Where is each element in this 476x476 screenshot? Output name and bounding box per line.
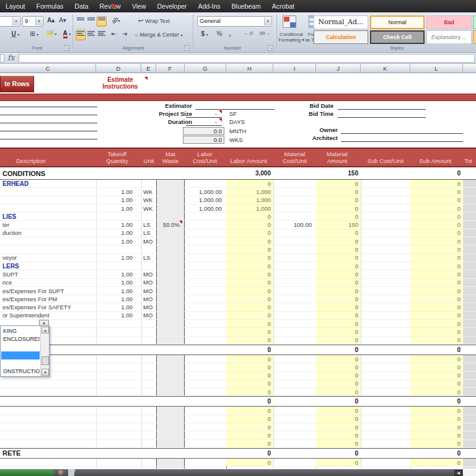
cell-ma[interactable]: 0 (316, 245, 361, 253)
conditional-formatting-button[interactable] (279, 15, 300, 30)
cell-q[interactable]: 1.00 (96, 279, 135, 286)
cell-d[interactable]: nce (2, 279, 94, 286)
cell-sa[interactable]: 0 (410, 279, 463, 286)
scroll-up-icon[interactable]: ▲ (42, 327, 49, 333)
cell-sa[interactable]: 0 (410, 355, 463, 363)
name-box[interactable] (0, 54, 4, 63)
cell-la[interactable]: 0 (226, 279, 273, 286)
months-value[interactable]: 0.0 (183, 127, 224, 135)
cell-u[interactable]: MO (143, 270, 156, 278)
cell-u[interactable]: MO (143, 312, 156, 319)
formula-input[interactable] (19, 54, 475, 63)
chevron-down-icon[interactable]: ▾ (12, 17, 19, 25)
cell-ma[interactable]: 0 (316, 415, 361, 423)
cell-ma[interactable]: 0 (316, 188, 361, 195)
style-chip-calculation[interactable]: Calculation (314, 30, 368, 44)
estimator-underline[interactable] (195, 109, 275, 110)
ribbon-tab-bluebeam[interactable]: Bluebeam (226, 0, 267, 12)
ribbon-tab-data[interactable]: Data (69, 0, 94, 12)
cell-la[interactable]: 0 (226, 415, 273, 423)
cell-d[interactable]: CONDITIONS (2, 167, 94, 179)
cell-ma[interactable]: 0 (316, 449, 361, 458)
orientation-button[interactable]: ab▾ (109, 16, 123, 27)
cell-w[interactable]: 50.0% (156, 221, 182, 228)
cell-ma[interactable]: 0 (316, 205, 361, 212)
cell-lc[interactable]: 1,000.00 (185, 196, 224, 204)
cell-la[interactable]: 1,000 (226, 188, 273, 195)
cell-la[interactable]: 0 (226, 397, 273, 406)
column-header-E[interactable]: E (141, 64, 156, 73)
cell-la[interactable]: 0 (226, 312, 273, 319)
cell-q[interactable]: 1.00 (96, 295, 135, 302)
cell-sa[interactable]: 0 (410, 388, 463, 395)
cell-sa[interactable]: 0 (410, 345, 463, 355)
delete-rows-button[interactable]: te Rows (0, 76, 34, 92)
cell-ma[interactable]: 0 (316, 312, 361, 319)
align-right-button[interactable] (97, 30, 107, 40)
bid-time-underline[interactable] (338, 117, 426, 118)
cell-q[interactable]: 1.00 (96, 270, 135, 278)
cell-d[interactable] (2, 237, 94, 245)
cell-la[interactable]: 0 (226, 287, 273, 294)
font-name-combo[interactable]: ▾ (0, 16, 20, 27)
cell-la[interactable]: 0 (226, 380, 273, 387)
duration-value[interactable]: - (186, 118, 217, 125)
align-middle-button[interactable] (86, 16, 96, 27)
cell-d[interactable]: es/Expenses For SUPT (2, 287, 94, 294)
cell-mc[interactable]: 100.00 (273, 221, 314, 228)
ribbon-tab-developer[interactable]: Developer (152, 0, 193, 12)
column-header-K[interactable]: K (361, 64, 410, 73)
font-color-button[interactable]: A ▾ (60, 30, 74, 41)
cell-la[interactable]: 0 (226, 431, 273, 439)
cell-ma[interactable]: 0 (316, 355, 361, 363)
borders-button[interactable]: ⊞ ▾ (26, 30, 42, 41)
cell-ma[interactable]: 0 (316, 397, 361, 406)
cell-sa[interactable]: 0 (410, 167, 463, 179)
cell-u[interactable]: MO (143, 279, 156, 286)
cell-ma[interactable]: 0 (316, 459, 361, 466)
cell-la[interactable]: 0 (226, 363, 273, 371)
cell-la[interactable]: 0 (226, 345, 273, 355)
cell-sa[interactable]: 0 (410, 407, 463, 414)
column-header-H[interactable]: H (226, 64, 273, 73)
cell-sa[interactable]: 0 (410, 254, 463, 262)
cell-la[interactable]: 0 (226, 320, 273, 327)
cell-sa[interactable]: 0 (410, 287, 463, 294)
cell-sa[interactable]: 0 (410, 245, 463, 253)
cell-sa[interactable]: 0 (410, 459, 463, 466)
scroll-down-icon[interactable]: ▼ (42, 369, 49, 376)
increase-indent-button[interactable]: ⇥ (120, 30, 130, 40)
accounting-format-button[interactable]: $ ▾ (197, 30, 212, 40)
cell-q[interactable]: 1.00 (96, 312, 135, 319)
cell-lc[interactable]: 1,000.00 (185, 205, 224, 212)
cell-ma[interactable]: 0 (316, 279, 361, 286)
cell-la[interactable]: 0 (226, 449, 273, 458)
cell-sa[interactable]: 0 (410, 397, 463, 406)
ribbon-tab-formulas[interactable]: Formulas (31, 0, 69, 12)
column-header-C[interactable]: C (0, 64, 96, 73)
cell-ma[interactable]: 0 (316, 407, 361, 414)
cell-q[interactable]: 1.00 (96, 196, 135, 204)
cell-q[interactable]: 1.00 (96, 188, 135, 195)
cell-q[interactable]: 1.00 (96, 287, 135, 294)
cell-la[interactable]: 0 (226, 407, 273, 414)
cell-la[interactable]: 0 (226, 372, 273, 379)
cell-ma[interactable]: 0 (316, 431, 361, 439)
align-bottom-button[interactable] (97, 16, 107, 27)
cell-lc[interactable]: 1,000.00 (185, 188, 224, 195)
cell-d[interactable] (2, 205, 94, 212)
style-chip-normal[interactable]: Normal (370, 15, 425, 29)
cell-sa[interactable]: 0 (410, 180, 463, 187)
cell-la[interactable]: 0 (226, 328, 273, 335)
align-center-button[interactable] (86, 30, 96, 40)
bid-date-underline[interactable] (338, 109, 426, 110)
cell-ma[interactable]: 0 (316, 287, 361, 294)
dropdown-item[interactable]: KING (1, 327, 40, 335)
cell-ma[interactable]: 0 (316, 262, 361, 270)
cell-sa[interactable]: 0 (410, 337, 463, 344)
cell-sa[interactable]: 0 (410, 423, 463, 431)
cell-la[interactable]: 0 (226, 270, 273, 278)
start-button[interactable] (0, 469, 55, 476)
font-dialog-launcher[interactable]: ↘ (64, 45, 69, 51)
cell-la[interactable]: 0 (226, 423, 273, 431)
